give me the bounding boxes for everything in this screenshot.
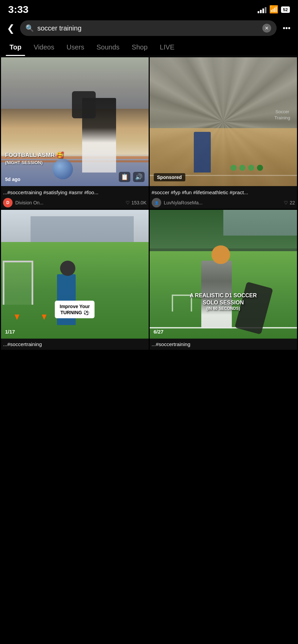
card-meta-2: 👤 LuvNylaRoseMa... ♡ 22 (152, 198, 295, 207)
hashtags-3: ...#soccertraining (1, 339, 149, 350)
avatar-2: 👤 (152, 198, 161, 207)
sponsored-badge-2: Sponsored (154, 173, 185, 181)
search-icon: 🔍 (25, 24, 34, 32)
search-input[interactable]: soccer training (37, 24, 259, 32)
video-card-4[interactable]: A REALISTIC D1 SOCCERSOLO SESSION(IN 60 … (150, 210, 297, 350)
tab-sounds[interactable]: Sounds (90, 39, 126, 56)
video-card-2[interactable]: SoccerTraining Sponsored #soccer #fyp #f… (150, 57, 297, 209)
like-count-2: ♡ 22 (284, 200, 295, 205)
hashtags-4: ...#soccertraining (150, 339, 297, 350)
video-overlay-title-2: SoccerTraining (275, 109, 290, 121)
username-1: Division On... (15, 200, 123, 205)
battery-icon: 52 (281, 6, 290, 13)
username-2: LuvNylaRoseMa... (164, 200, 281, 205)
video-thumbnail-3: Improve YourTURNING ⚽ 1/17 (1, 210, 149, 339)
improve-badge-3: Improve YourTURNING ⚽ (55, 301, 95, 318)
avatar-1: D (3, 198, 13, 207)
counter-3: 1/17 (5, 329, 15, 335)
tab-videos[interactable]: Videos (27, 39, 60, 56)
back-button[interactable]: ❮ (5, 21, 16, 35)
tabs-row: Top Videos Users Sounds Shop LIVE (0, 39, 298, 56)
status-time: 3:33 (8, 4, 29, 15)
video-grid: FOOTBALL ASMR 🥰(NIGHT SESSION) 5d ago 📋 … (0, 56, 298, 351)
hashtags-1: ...#soccertraining #satisfying #asmr #fo… (3, 189, 147, 196)
video-card-3[interactable]: Improve YourTURNING ⚽ 1/17 ...#soccertra… (1, 210, 149, 350)
heart-icon-2: ♡ (284, 200, 288, 205)
card-meta-1: D Division On... ♡ 153.0K (3, 198, 147, 207)
more-options-button[interactable]: ••• (281, 22, 293, 34)
video-overlay-title-1: FOOTBALL ASMR 🥰(NIGHT SESSION) (5, 152, 63, 166)
like-count-1: ♡ 153.0K (126, 200, 146, 205)
wifi-icon: 📶 (269, 5, 278, 14)
search-input-wrapper[interactable]: 🔍 soccer training ✕ (20, 20, 277, 36)
signal-icon (258, 6, 266, 13)
tab-shop[interactable]: Shop (126, 39, 154, 56)
tab-live[interactable]: LIVE (154, 39, 181, 56)
video-overlay-d1: A REALISTIC D1 SOCCERSOLO SESSION(IN 60 … (154, 292, 293, 311)
video-card-1[interactable]: FOOTBALL ASMR 🥰(NIGHT SESSION) 5d ago 📋 … (1, 57, 149, 209)
caption-icon: 📋 (119, 172, 130, 182)
tab-users[interactable]: Users (60, 39, 90, 56)
search-bar-row: ❮ 🔍 soccer training ✕ ••• (0, 18, 298, 39)
clear-search-button[interactable]: ✕ (262, 24, 271, 33)
status-icons: 📶 52 (258, 5, 290, 14)
video-thumbnail-2: SoccerTraining Sponsored (150, 57, 297, 186)
heart-icon-1: ♡ (126, 200, 130, 205)
status-bar: 3:33 📶 52 (0, 0, 298, 18)
volume-icon: 🔊 (133, 172, 145, 182)
controls-1: 📋 🔊 (119, 172, 145, 182)
card-info-2: #soccer #fyp #fun #lifetimeathletic #pra… (150, 186, 297, 209)
video-thumbnail-1: FOOTBALL ASMR 🥰(NIGHT SESSION) 5d ago 📋 … (1, 57, 149, 186)
video-thumbnail-4: A REALISTIC D1 SOCCERSOLO SESSION(IN 60 … (150, 210, 297, 339)
card-info-1: ...#soccertraining #satisfying #asmr #fo… (1, 186, 149, 209)
tab-top[interactable]: Top (3, 39, 27, 56)
counter-4: 6/27 (154, 329, 164, 335)
timestamp-1: 5d ago (5, 177, 20, 182)
hashtags-2: #soccer #fyp #fun #lifetimeathletic #pra… (152, 189, 295, 196)
